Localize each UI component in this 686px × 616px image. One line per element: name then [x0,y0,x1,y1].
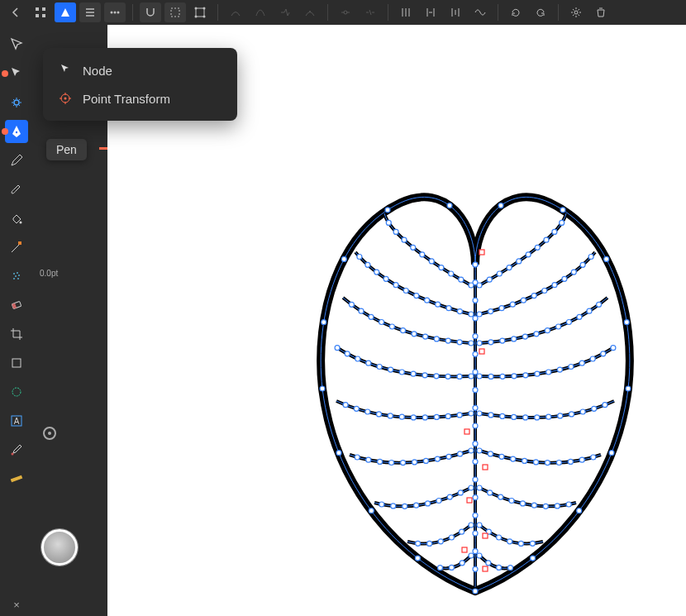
sharp-node[interactable] [479,250,484,255]
path-node[interactable] [497,271,502,276]
path-node[interactable] [420,252,425,257]
path-node[interactable] [365,262,370,267]
path-node[interactable] [345,351,350,356]
path-node[interactable] [546,414,551,419]
path-node[interactable] [499,306,504,311]
path-node[interactable] [439,265,444,270]
path-node[interactable] [530,541,535,546]
path-node[interactable] [379,502,384,507]
path-node[interactable] [320,386,325,391]
path-node[interactable] [414,503,419,508]
path-node[interactable] [477,485,482,490]
path-node[interactable] [436,499,441,504]
path-node[interactable] [415,556,420,561]
path-node[interactable] [517,259,522,264]
path-node[interactable] [488,413,493,418]
path-node[interactable] [341,256,346,261]
path-node[interactable] [577,314,582,319]
path-node[interactable] [445,374,450,379]
leaf-artwork[interactable] [302,174,649,604]
sharp-node[interactable] [483,533,488,538]
path-node[interactable] [336,451,341,456]
back-icon[interactable] [5,2,26,22]
path-node[interactable] [473,549,478,554]
path-node[interactable] [435,456,440,461]
close-panel-button[interactable]: × [0,599,33,611]
path-node[interactable] [403,504,407,509]
path-node[interactable] [477,374,482,379]
path-node[interactable] [473,262,478,267]
sharp-node[interactable] [462,547,467,552]
path-node[interactable] [427,541,432,546]
path-node[interactable] [401,328,406,333]
path-node[interactable] [523,373,528,378]
path-node[interactable] [544,237,549,242]
path-node[interactable] [355,356,360,361]
path-node[interactable] [429,259,434,264]
path-node[interactable] [560,208,565,212]
path-node[interactable] [477,341,482,346]
path-node[interactable] [422,415,427,420]
path-node[interactable] [546,370,551,375]
path-node[interactable] [531,503,536,508]
path-node[interactable] [469,374,474,379]
path-node[interactable] [580,262,585,267]
path-node[interactable] [624,320,629,325]
path-node[interactable] [422,373,427,378]
path-node[interactable] [556,324,561,329]
path-node[interactable] [401,461,406,466]
path-node[interactable] [604,256,609,261]
path-node[interactable] [449,271,454,276]
path-node[interactable] [473,589,478,594]
path-node[interactable] [377,365,382,370]
path-node[interactable] [477,448,482,453]
path-node[interactable] [587,308,592,313]
path-node[interactable] [566,320,571,325]
path-node[interactable] [355,455,360,460]
path-node[interactable] [469,341,474,346]
path-node[interactable] [438,566,443,571]
path-node[interactable] [512,374,517,379]
path-node[interactable] [522,334,527,339]
path-node[interactable] [473,298,478,303]
path-node[interactable] [566,502,571,507]
fill-tool[interactable] [5,207,28,230]
path-node[interactable] [609,451,614,456]
path-node[interactable] [473,566,478,571]
path-node[interactable] [473,370,478,375]
rotate-icon[interactable] [505,2,526,22]
path-node[interactable] [601,351,606,356]
path-node[interactable] [508,566,513,571]
path-node[interactable] [521,501,526,506]
more-icon[interactable] [104,2,126,22]
path-node[interactable] [510,302,515,307]
path-node[interactable] [531,294,536,298]
path-node[interactable] [588,255,593,260]
path-node[interactable] [556,461,561,466]
path-node[interactable] [534,460,539,465]
path-node[interactable] [511,456,516,461]
flyout-item-point-transform[interactable]: Point Transform [43,84,237,112]
path-node[interactable] [425,298,430,303]
brush-tool[interactable] [5,178,28,201]
path-node[interactable] [473,316,478,321]
path-node[interactable] [469,553,474,558]
path-node[interactable] [369,509,374,513]
path-node[interactable] [369,314,374,319]
path-node[interactable] [469,523,474,528]
path-node[interactable] [518,541,523,546]
path-node[interactable] [365,409,370,414]
path-node[interactable] [488,340,493,345]
path-node[interactable] [534,332,539,337]
path-node[interactable] [580,409,585,414]
path-node[interactable] [555,504,560,509]
path-node[interactable] [473,442,478,446]
path-node[interactable] [473,405,478,410]
crop-tool[interactable] [5,322,28,346]
path-node[interactable] [507,539,512,544]
path-node[interactable] [522,458,527,463]
path-node[interactable] [469,485,474,490]
path-node[interactable] [412,332,417,337]
path-node[interactable] [469,448,474,453]
color-swatch[interactable] [41,529,78,566]
